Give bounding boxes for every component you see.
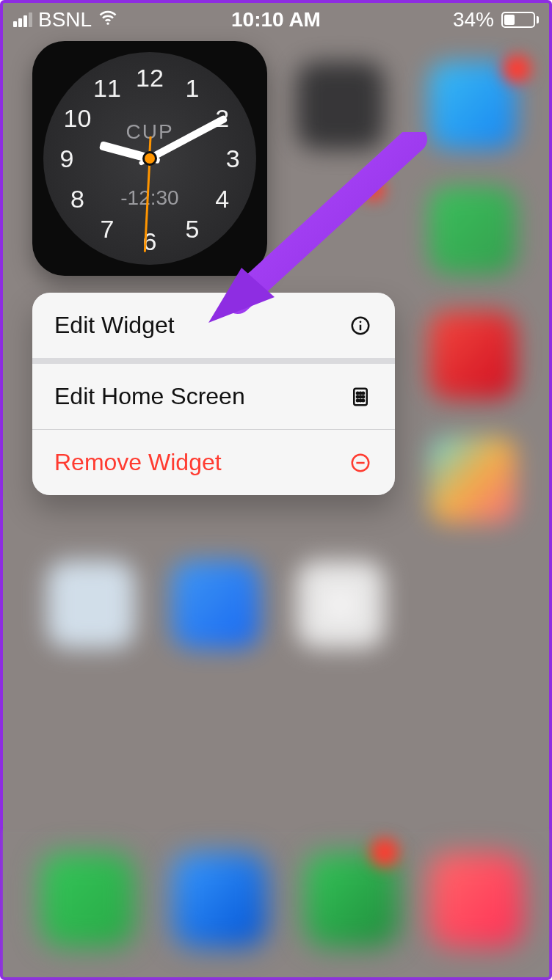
svg-point-9 [360, 395, 362, 398]
svg-point-0 [107, 22, 109, 24]
svg-point-13 [363, 399, 365, 401]
info-icon [348, 315, 373, 337]
svg-point-10 [363, 395, 365, 398]
clock-number: 4 [208, 185, 237, 213]
status-bar: BSNL 10:10 AM 34% [3, 3, 549, 32]
svg-point-3 [360, 321, 362, 323]
edit-widget-menu-item[interactable]: Edit Widget [32, 293, 395, 364]
svg-point-7 [363, 392, 365, 394]
widget-context-menu: Edit Widget Edit Home Screen [32, 293, 395, 495]
status-right: 34% [453, 8, 539, 32]
clock-number: 12 [135, 63, 164, 92]
carrier-label: BSNL [38, 8, 92, 32]
bg-app-icon [429, 311, 517, 399]
clock-number: 11 [92, 74, 122, 103]
bg-app-icon [297, 560, 385, 648]
clock-hub [145, 153, 155, 164]
status-left: BSNL [13, 7, 118, 33]
edit-home-screen-menu-item[interactable]: Edit Home Screen [32, 364, 395, 430]
wifi-icon [98, 7, 118, 33]
clock-number: 3 [218, 145, 247, 173]
remove-widget-menu-item[interactable]: Remove Widget [32, 430, 395, 495]
svg-point-6 [360, 392, 362, 394]
iphone-home-screen: BSNL 10:10 AM 34% 12 1 2 3 4 5 6 7 [0, 0, 552, 980]
menu-item-label: Edit Widget [54, 312, 175, 339]
clock-number: 6 [135, 227, 164, 256]
notification-badge [363, 179, 385, 201]
clock-number: 8 [62, 185, 92, 213]
notification-badge [502, 54, 531, 84]
bg-app-icon [297, 62, 385, 150]
svg-point-12 [360, 399, 362, 401]
bg-app-icon [172, 560, 260, 648]
dock-app-icon [429, 852, 524, 948]
menu-item-label: Remove Widget [54, 449, 222, 476]
battery-percent: 34% [453, 8, 494, 32]
bg-app-icon [429, 186, 517, 274]
clock-number: 7 [92, 214, 122, 243]
clock-offset-label: -12:30 [120, 186, 178, 210]
cellular-signal-icon [13, 12, 32, 27]
battery-icon [498, 12, 539, 28]
clock-number: 5 [178, 214, 207, 243]
svg-point-11 [357, 399, 359, 401]
status-time: 10:10 AM [231, 8, 321, 32]
clock-number: 9 [52, 145, 81, 173]
clock-face: 12 1 2 3 4 5 6 7 8 9 10 11 CUP -12:30 [43, 52, 256, 265]
clock-number: 1 [178, 74, 207, 103]
minus-circle-icon [348, 452, 373, 474]
svg-point-5 [357, 392, 359, 394]
apps-grid-icon [348, 386, 373, 408]
menu-item-label: Edit Home Screen [54, 383, 245, 410]
svg-point-8 [357, 395, 359, 398]
notification-badge [370, 838, 399, 867]
dock-app-icon [172, 852, 267, 948]
bg-app-icon [429, 436, 517, 524]
clock-widget[interactable]: 12 1 2 3 4 5 6 7 8 9 10 11 CUP -12:30 [32, 41, 267, 276]
clock-number: 10 [62, 103, 92, 132]
dock-app-icon [40, 852, 135, 948]
bg-app-icon [47, 560, 135, 648]
